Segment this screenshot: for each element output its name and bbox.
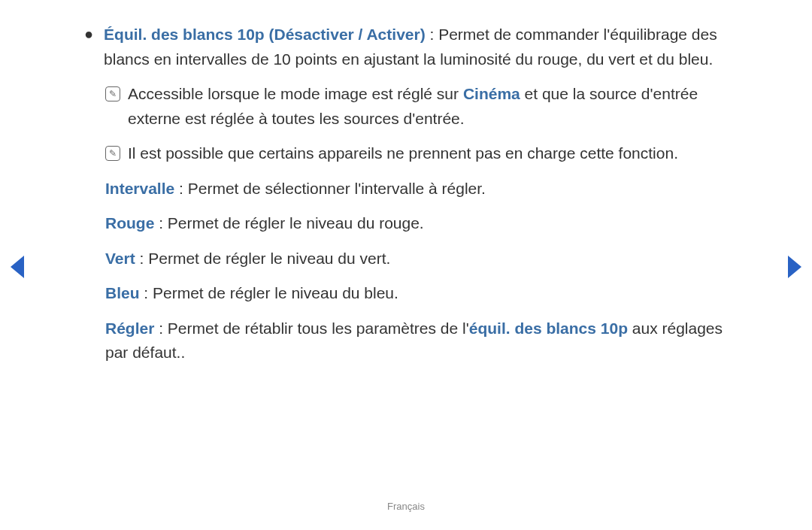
note1-before: Accessible lorsque le mode image est rég… [128,85,463,102]
note-icon: ✎ [105,86,120,101]
regler-label: Régler [105,320,154,337]
nav-previous-button[interactable] [9,256,27,278]
bullet-marker: ● [84,23,93,71]
footer-language: Français [0,501,812,512]
nav-next-button[interactable] [785,256,803,278]
def-rouge: Rouge : Permet de régler le niveau du ro… [105,211,737,236]
bleu-label: Bleu [105,284,140,301]
vert-text: : Permet de régler le niveau du vert. [135,250,391,267]
title-highlight: Équil. des blancs 10p (Désactiver / Acti… [104,26,426,43]
regler-highlight: équil. des blancs 10p [469,320,628,337]
bullet-item: ● Équil. des blancs 10p (Désactiver / Ac… [75,23,737,71]
document-content: ● Équil. des blancs 10p (Désactiver / Ac… [0,0,812,365]
note1-highlight: Cinéma [463,85,520,102]
svg-marker-0 [11,256,24,278]
intervalle-text: : Permet de sélectionner l'intervalle à … [174,180,486,197]
rouge-label: Rouge [105,214,154,232]
note-icon: ✎ [105,146,120,161]
def-intervalle: Intervalle : Permet de sélectionner l'in… [105,177,737,201]
bullet-text: Équil. des blancs 10p (Désactiver / Acti… [104,23,737,71]
intervalle-label: Intervalle [105,180,174,197]
def-regler: Régler : Permet de rétablir tous les par… [105,316,737,365]
svg-marker-1 [788,256,801,278]
chevron-left-icon [9,256,27,278]
note-text-1: Accessible lorsque le mode image est rég… [128,82,737,131]
note-item-1: ✎ Accessible lorsque le mode image est r… [105,82,737,131]
vert-label: Vert [105,250,135,267]
regler-before: : Permet de rétablir tous les paramètres… [154,320,468,337]
def-vert: Vert : Permet de régler le niveau du ver… [105,247,737,271]
rouge-text: : Permet de régler le niveau du rouge. [154,214,423,232]
bleu-text: : Permet de régler le niveau du bleu. [140,284,398,301]
chevron-right-icon [785,256,803,278]
note-item-2: ✎ Il est possible que certains appareils… [105,141,737,166]
def-bleu: Bleu : Permet de régler le niveau du ble… [105,281,737,306]
note-text-2: Il est possible que certains appareils n… [128,141,737,166]
